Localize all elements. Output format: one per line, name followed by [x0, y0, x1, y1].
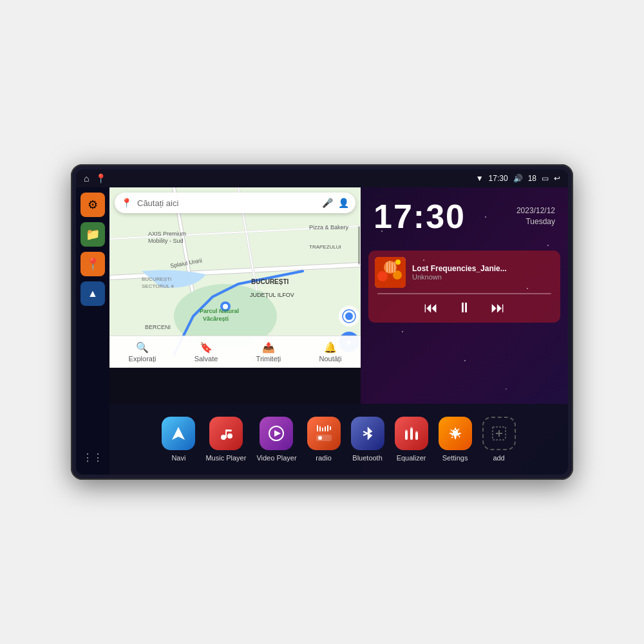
center-content: AXIS Premium Mobility - Sud Pizza & Bake…: [109, 187, 568, 475]
location-icon[interactable]: 📍: [95, 173, 106, 184]
google-maps-icon: 📍: [121, 198, 132, 208]
map-search-text[interactable]: Căutați aici: [137, 198, 317, 208]
svg-text:Parcul Natural: Parcul Natural: [200, 308, 239, 314]
clock-section: 17:30 2023/12/12 Tuesday: [361, 187, 568, 245]
svg-text:AXIS Premium: AXIS Premium: [148, 231, 186, 237]
svg-rect-57: [405, 430, 408, 432]
progress-bar[interactable]: [377, 293, 551, 294]
play-pause-btn[interactable]: ⏸: [457, 299, 471, 316]
app-navi[interactable]: Navi: [162, 417, 195, 462]
svg-rect-56: [405, 431, 408, 440]
app-settings[interactable]: Settings: [439, 417, 472, 462]
svg-text:Mobility - Sud: Mobility - Sud: [148, 238, 184, 244]
music-player[interactable]: Lost Frequencies_Janie... Unknown ⏮ ⏸ ⏭: [368, 251, 560, 323]
svg-rect-53: [330, 426, 331, 430]
svg-point-42: [221, 435, 226, 440]
account-icon[interactable]: 👤: [338, 198, 349, 208]
music-player-label: Music Player: [205, 454, 246, 462]
map-icon: 📍: [86, 257, 100, 271]
app-video-player[interactable]: Video Player: [256, 417, 296, 462]
svg-rect-59: [410, 427, 413, 430]
equalizer-label: Equalizer: [397, 454, 426, 462]
svg-point-43: [227, 433, 232, 439]
svg-marker-47: [274, 430, 281, 437]
music-info: Lost Frequencies_Janie... Unknown: [375, 257, 554, 288]
sidebar-settings-btn[interactable]: ⚙: [80, 193, 105, 217]
svg-rect-48: [317, 425, 318, 431]
app-add[interactable]: add: [482, 417, 516, 462]
svg-rect-26: [358, 226, 360, 265]
svg-text:SECTORUL 4: SECTORUL 4: [142, 283, 174, 289]
saved-label: Salvate: [194, 355, 218, 363]
device-body: ⌂ 📍 ▼ 17:30 🔊 18 ▭ ↩ ⚙ 📁: [71, 164, 573, 480]
app-grid: Navi Music Player: [162, 417, 515, 462]
svg-text:Văcărești: Văcărești: [203, 316, 229, 322]
sidebar-files-btn[interactable]: 📁: [80, 222, 105, 247]
explore-icon: 🔍: [136, 341, 149, 354]
mic-icon[interactable]: 🎤: [322, 198, 333, 208]
sidebar-grid-btn[interactable]: ⋮⋮: [80, 445, 105, 469]
settings-app-icon: [439, 417, 472, 450]
files-icon: 📁: [86, 227, 100, 242]
share-label: Trimiteți: [256, 355, 281, 363]
music-details: Lost Frequencies_Janie... Unknown: [412, 264, 554, 281]
map-search-bar[interactable]: 📍 Căutați aici 🎤 👤: [115, 193, 355, 213]
equalizer-icon: [395, 417, 428, 450]
share-icon: 📤: [262, 341, 275, 354]
home-icon[interactable]: ⌂: [84, 173, 89, 184]
svg-text:TRAPEZULUI: TRAPEZULUI: [309, 244, 341, 250]
settings-label: Settings: [442, 454, 468, 462]
status-bar: ⌂ 📍 ▼ 17:30 🔊 18 ▭ ↩: [76, 169, 568, 187]
svg-text:BERCENI: BERCENI: [145, 324, 171, 330]
map-news-btn[interactable]: 🔔 Noutăți: [319, 341, 342, 363]
sidebar: ⚙ 📁 📍 ▲ ⋮⋮: [76, 187, 109, 475]
news-label: Noutăți: [319, 355, 342, 363]
grid-icon: ⋮⋮: [82, 451, 103, 464]
bluetooth-label: Bluetooth: [352, 454, 382, 462]
svg-rect-61: [415, 431, 418, 433]
battery-level: 18: [528, 174, 536, 183]
device-screen: ⌂ 📍 ▼ 17:30 🔊 18 ▭ ↩ ⚙ 📁: [76, 169, 568, 475]
clock-time: 17:30: [374, 197, 466, 236]
map-container[interactable]: AXIS Premium Mobility - Sud Pizza & Bake…: [109, 187, 361, 368]
svg-text:JUDEȚUL ILFOV: JUDEȚUL ILFOV: [250, 292, 294, 298]
app-grid-area: Navi Music Player: [109, 404, 568, 475]
svg-rect-36: [386, 262, 388, 272]
music-player-icon: [209, 417, 243, 450]
clock-date-value: 2023/12/12: [516, 205, 555, 216]
svg-point-40: [395, 260, 401, 265]
sidebar-maps-btn[interactable]: 📍: [80, 252, 105, 276]
back-icon[interactable]: ↩: [554, 174, 560, 183]
app-music-player[interactable]: Music Player: [205, 417, 246, 462]
navigation-icon: ▲: [88, 288, 98, 299]
navi-icon: [162, 417, 195, 450]
music-artist: Unknown: [412, 273, 554, 281]
map-explore-btn[interactable]: 🔍 Explorați: [129, 341, 156, 363]
app-equalizer[interactable]: Equalizer: [395, 417, 428, 462]
add-icon: [482, 417, 516, 450]
album-art: [375, 257, 406, 288]
video-player-icon: [260, 417, 293, 450]
svg-rect-50: [322, 428, 323, 431]
app-radio[interactable]: radio: [307, 417, 341, 462]
wifi-icon: ▼: [476, 174, 484, 183]
settings-icon: ⚙: [88, 198, 98, 212]
svg-rect-51: [325, 426, 326, 431]
status-bar-right: ▼ 17:30 🔊 18 ▭ ↩: [476, 174, 560, 183]
clock-date: 2023/12/12 Tuesday: [516, 205, 555, 227]
svg-rect-52: [327, 425, 328, 431]
map-share-btn[interactable]: 📤 Trimiteți: [256, 341, 281, 363]
map-saved-btn[interactable]: 🔖 Salvate: [194, 341, 218, 363]
map-bottom-nav: 🔍 Explorați 🔖 Salvate 📤 Trimiteți: [109, 336, 361, 368]
app-bluetooth[interactable]: Bluetooth: [351, 417, 384, 462]
radio-icon: [307, 417, 341, 450]
volume-icon: 🔊: [513, 174, 523, 183]
add-label: add: [493, 454, 504, 462]
explore-label: Explorați: [129, 355, 156, 363]
prev-track-btn[interactable]: ⏮: [424, 299, 438, 316]
svg-point-28: [345, 312, 353, 320]
bluetooth-icon: [351, 417, 384, 450]
sidebar-navi-btn[interactable]: ▲: [80, 281, 105, 306]
svg-point-64: [453, 432, 457, 435]
next-track-btn[interactable]: ⏭: [491, 299, 505, 316]
